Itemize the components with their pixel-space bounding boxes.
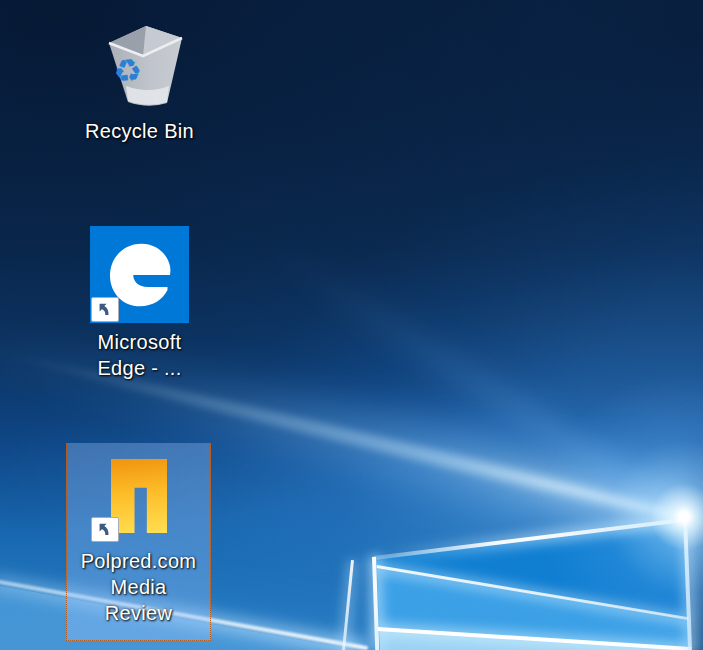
icon-label-microsoft-edge: Microsoft Edge - ... [97,329,181,381]
shortcut-arrow-icon [91,517,119,542]
edge-logo-icon [90,226,189,323]
polpred-logo-icon [67,459,210,543]
window-logo-divider1 [377,565,689,620]
window-logo-left-edge [372,557,379,650]
icon-label-line: Review [81,600,197,626]
wallpaper-light-ray [249,221,699,540]
icon-label-line: Media [81,574,197,600]
desktop-icon-recycle-bin[interactable]: ♻ Recycle Bin [66,14,213,144]
window-logo-left-edge-glow [368,556,384,650]
shortcut-arrow-icon [91,297,119,322]
desktop-icon-polpred-media-review[interactable]: Polpred.com Media Review [66,443,211,641]
window-logo-top-edge-glow [374,514,685,564]
window-logo-right-edge [683,518,692,650]
recycle-bin-icon: ♻ [92,14,188,110]
icon-label-line: Edge - ... [97,355,181,381]
window-logo-mullion [342,560,354,650]
window-logo-top-edge [374,518,684,559]
window-logo-mullion-glow [339,560,358,650]
icon-label-recycle-bin: Recycle Bin [85,118,194,144]
icon-label-line: Polpred.com [81,548,197,574]
icon-label-line: Microsoft [97,329,181,355]
window-logo-divider1-glow [375,562,688,625]
icon-label-polpred: Polpred.com Media Review [81,548,197,626]
desktop-icon-microsoft-edge[interactable]: Microsoft Edge - ... [66,226,213,381]
window-logo-divider2-glow [377,623,691,650]
polpred-n-glyph [111,459,167,533]
window-logo-divider2 [378,627,692,650]
desktop-wallpaper[interactable]: ♻ Recycle Bin Microsoft Edge - ... Polpr… [0,0,703,650]
wallpaper-corner-flare [514,347,703,650]
window-logo-right-edge-glow [680,518,697,650]
recycle-symbol-icon: ♻ [111,52,143,91]
